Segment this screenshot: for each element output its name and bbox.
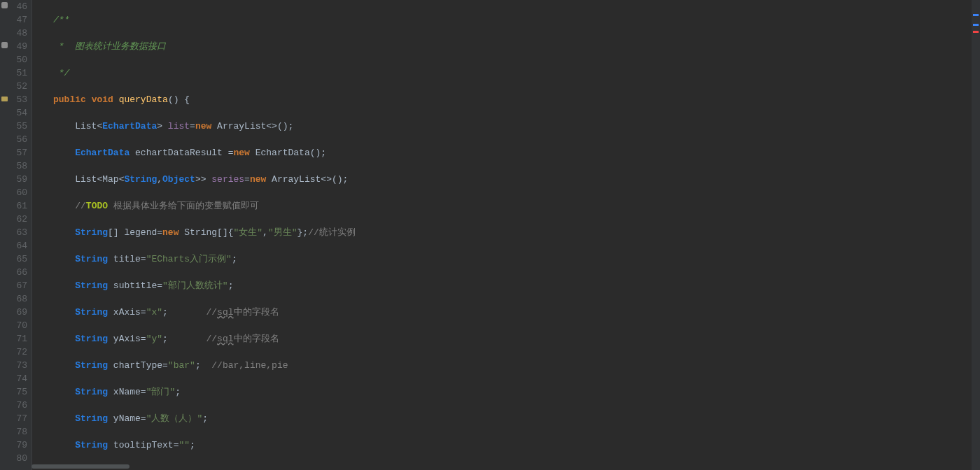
code-line[interactable]: /**: [53, 13, 980, 27]
code-line[interactable]: EchartData echartDataResult =new EchartD…: [53, 146, 980, 159]
warning-icon[interactable]: [1, 97, 8, 101]
line-number: 54: [0, 106, 31, 120]
line-number: 52: [0, 80, 31, 93]
line-number: 56: [0, 133, 31, 146]
overview-ruler[interactable]: [972, 0, 980, 470]
javadoc-body: * 图表统计业务数据接口: [53, 41, 166, 52]
line-number: 61: [0, 199, 31, 213]
line-number: 55: [0, 120, 31, 133]
code-line[interactable]: * 图表统计业务数据接口: [53, 40, 980, 53]
line-number: 74: [0, 372, 31, 385]
line-number: 65: [0, 252, 31, 266]
line-number: 49: [0, 40, 31, 53]
line-number: 51: [0, 66, 31, 80]
line-number: 79: [0, 439, 31, 452]
line-number: 58: [0, 159, 31, 173]
line-number: 50: [0, 53, 31, 66]
javadoc-start: /**: [53, 15, 69, 25]
line-number: 68: [0, 292, 31, 306]
line-number: 76: [0, 399, 31, 412]
horizontal-scrollbar[interactable]: [31, 463, 979, 470]
line-number: 66: [0, 266, 31, 279]
code-line[interactable]: List<EchartData> list=new ArrayList<>();: [53, 120, 980, 133]
code-line[interactable]: String subtitle="部门人数统计";: [53, 279, 980, 292]
code-line[interactable]: String xAxis="x"; //sql中的字段名: [53, 306, 980, 319]
line-number: 72: [0, 346, 31, 359]
line-number: 48: [0, 27, 31, 40]
code-line[interactable]: String title="ECharts入门示例";: [53, 252, 980, 266]
code-line[interactable]: String yName="人数（人）";: [53, 412, 980, 425]
code-line[interactable]: String[] legend=new String[]{"女生","男生"};…: [53, 226, 980, 239]
overview-mark-icon: [973, 24, 979, 26]
line-number: 77: [0, 412, 31, 425]
line-number: 64: [0, 239, 31, 252]
line-number: 57: [0, 146, 31, 159]
code-line[interactable]: */: [53, 66, 980, 80]
line-number: 75: [0, 385, 31, 399]
line-number: 46: [0, 0, 31, 13]
code-line[interactable]: String chartType="bar"; //bar,line,pie: [53, 359, 980, 372]
scrollbar-thumb[interactable]: [31, 464, 130, 469]
line-number: 53: [0, 93, 31, 106]
code-line[interactable]: String xName="部门";: [53, 385, 980, 399]
line-number: 80: [0, 452, 31, 465]
code-line[interactable]: String tooltipText="";: [53, 439, 980, 452]
line-number: 62: [0, 213, 31, 226]
code-line[interactable]: String yAxis="y"; //sql中的字段名: [53, 332, 980, 346]
code-line[interactable]: //TODO 根据具体业务给下面的变量赋值即可: [53, 199, 980, 213]
line-gutter: 4647484950515253545556575859606162636465…: [0, 0, 32, 470]
line-number: 73: [0, 359, 31, 372]
fold-icon[interactable]: [1, 2, 8, 8]
overview-mark-icon: [973, 31, 979, 33]
line-number: 71: [0, 332, 31, 346]
line-number: 60: [0, 186, 31, 199]
fold-icon[interactable]: [1, 42, 8, 48]
javadoc-end: */: [53, 68, 69, 78]
overview-mark-icon: [973, 14, 979, 16]
line-number: 78: [0, 425, 31, 439]
code-line[interactable]: List<Map<String,Object>> series=new Arra…: [53, 173, 980, 186]
line-number: 67: [0, 279, 31, 292]
line-number: 69: [0, 306, 31, 319]
line-number: 63: [0, 226, 31, 239]
code-area[interactable]: /** * 图表统计业务数据接口 */ public void queryDat…: [32, 0, 980, 470]
code-line[interactable]: public void queryData() {: [53, 93, 980, 106]
line-number: 47: [0, 13, 31, 27]
line-number: 59: [0, 173, 31, 186]
code-editor[interactable]: 4647484950515253545556575859606162636465…: [0, 0, 980, 470]
line-number: 70: [0, 319, 31, 332]
